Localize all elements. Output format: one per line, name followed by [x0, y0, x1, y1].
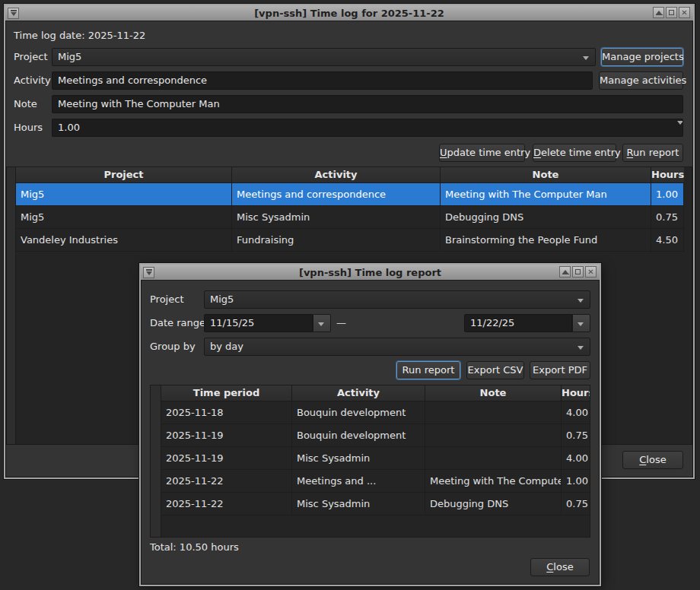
- column-header-hours[interactable]: Hours: [562, 385, 590, 401]
- dialog-titlebar[interactable]: [vpn-ssh] Time log report ✕: [141, 265, 600, 281]
- titlebar-close-button[interactable]: ✕: [679, 7, 690, 18]
- column-header-hours[interactable]: Hours: [651, 167, 684, 183]
- table-row[interactable]: 1 Mig5 Meetings and correspondence Meeti…: [7, 183, 692, 206]
- spinner-arrows-icon[interactable]: [671, 122, 679, 137]
- shade-icon: [656, 11, 662, 14]
- maximize-icon: [669, 10, 674, 15]
- date-to-input[interactable]: 11/22/25: [464, 314, 572, 332]
- shade-icon: [562, 270, 568, 274]
- delete-time-entry-button[interactable]: Delete time entry: [533, 144, 616, 162]
- activity-input[interactable]: Meetings and correspondence: [52, 71, 593, 90]
- table-row[interactable]: 2 Mig5 Misc Sysadmin Debugging DNS 0.75: [7, 206, 692, 229]
- project-combobox-value: Mig5: [58, 51, 81, 62]
- window-menu-button[interactable]: [143, 267, 154, 278]
- export-pdf-button[interactable]: Export PDF: [530, 361, 590, 379]
- maximize-icon: [575, 269, 581, 274]
- report-row[interactable]: 3 2025-11-19 Misc Sysadmin 4.00: [151, 447, 590, 470]
- row-number-gutter: [7, 167, 16, 444]
- activity-label: Activity: [14, 71, 51, 90]
- maximize-button[interactable]: [666, 7, 677, 18]
- dropdown-arrow-icon: [583, 56, 589, 60]
- row-number-gutter: [151, 385, 161, 537]
- project-label: Project: [14, 48, 47, 66]
- dialog-close-button[interactable]: Close: [530, 558, 590, 576]
- date-from-input[interactable]: 11/15/25: [204, 314, 313, 332]
- table-row[interactable]: 3 Vandeley Industries Fundraising Brains…: [7, 229, 692, 252]
- note-label: Note: [14, 95, 37, 113]
- report-project-label: Project: [150, 290, 183, 309]
- date-range-label: Date range: [150, 314, 205, 332]
- project-combobox[interactable]: Mig5: [52, 48, 596, 66]
- column-header-time-period[interactable]: Time period: [161, 385, 292, 401]
- run-report-button[interactable]: Run report: [622, 144, 683, 162]
- close-icon: ✕: [681, 9, 687, 17]
- date-to-dropdown-button[interactable]: [572, 314, 590, 332]
- group-by-label: Group by: [150, 338, 196, 356]
- report-project-value: Mig5: [210, 293, 234, 305]
- report-row[interactable]: 5 2025-11-22 Misc Sysadmin Debugging DNS…: [151, 493, 590, 515]
- dialog-title: [vpn-ssh] Time log report: [141, 265, 600, 281]
- group-by-combobox[interactable]: by day: [204, 338, 590, 356]
- time-log-date-label: Time log date: 2025-11-22: [14, 28, 145, 43]
- column-header-activity[interactable]: Activity: [232, 167, 441, 183]
- group-by-value: by day: [210, 341, 243, 352]
- hours-value: 1.00: [58, 122, 80, 133]
- dropdown-arrow-icon: [578, 299, 584, 303]
- main-titlebar[interactable]: [vpn-ssh] Time log for 2025-11-22 ✕: [5, 5, 693, 21]
- titlebar-close-button[interactable]: ✕: [585, 266, 597, 278]
- table-header-row: Project Activity Note Hours: [7, 167, 692, 183]
- window-menu-icon: [146, 271, 152, 275]
- column-header-activity[interactable]: Activity: [292, 385, 425, 401]
- close-button[interactable]: Close: [622, 451, 683, 469]
- dropdown-arrow-icon: [578, 322, 584, 326]
- export-csv-button[interactable]: Export CSV: [466, 361, 524, 379]
- date-range-separator: —: [336, 314, 346, 332]
- maximize-button[interactable]: [572, 266, 584, 278]
- total-hours-label: Total: 10.50 hours: [150, 541, 239, 554]
- report-project-combobox[interactable]: Mig5: [204, 290, 590, 309]
- report-row[interactable]: 1 2025-11-18 Bouquin development 4.00: [151, 401, 590, 424]
- dropdown-arrow-icon: [318, 322, 324, 326]
- manage-activities-button[interactable]: Manage activities: [599, 71, 683, 90]
- report-table: Time period Activity Note Hours 1 2025-1…: [150, 385, 590, 538]
- report-row[interactable]: 4 2025-11-22 Meetings and ... Meeting wi…: [151, 470, 590, 493]
- hours-spinbox[interactable]: 1.00: [52, 119, 683, 137]
- shade-button[interactable]: [653, 7, 664, 18]
- column-header-note[interactable]: Note: [425, 385, 562, 401]
- date-from-dropdown-button[interactable]: [313, 314, 331, 332]
- column-header-project[interactable]: Project: [16, 167, 232, 183]
- window-menu-button[interactable]: [8, 8, 19, 19]
- shade-button[interactable]: [559, 266, 571, 278]
- dropdown-arrow-icon: [578, 346, 584, 350]
- close-icon: ✕: [587, 268, 593, 276]
- main-window-title: [vpn-ssh] Time log for 2025-11-22: [5, 5, 693, 21]
- manage-projects-button[interactable]: Manage projects: [601, 48, 683, 66]
- hours-label: Hours: [14, 119, 43, 137]
- column-header-note[interactable]: Note: [441, 167, 651, 183]
- report-table-header-row: Time period Activity Note Hours: [151, 385, 590, 401]
- report-dialog: [vpn-ssh] Time log report ✕ Project Mig5…: [139, 263, 601, 586]
- dialog-run-report-button[interactable]: Run report: [396, 361, 460, 379]
- update-time-entry-button[interactable]: Update time entry: [439, 144, 525, 162]
- report-row[interactable]: 2 2025-11-19 Bouquin development 0.75: [151, 424, 590, 447]
- window-menu-icon: [11, 12, 17, 16]
- note-input[interactable]: Meeting with The Computer Man: [52, 95, 683, 113]
